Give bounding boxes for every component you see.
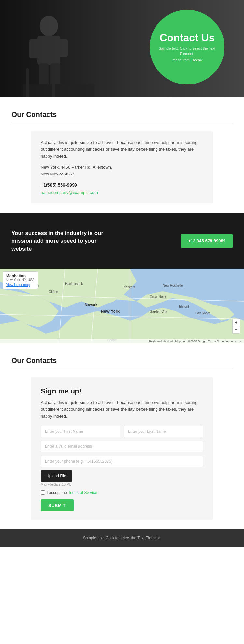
- contact-card-1: Actually, this is quite simple to achiev…: [31, 131, 213, 203]
- hero-title: Contact Us: [160, 32, 215, 44]
- svg-rect-1: [37, 36, 60, 65]
- svg-text:Hackensack: Hackensack: [65, 282, 83, 286]
- tos-checkbox[interactable]: [41, 490, 45, 495]
- hero-section: Contact Us Sample text. Click to select …: [0, 0, 244, 97]
- hero-subtitle: Sample text. Click to select the Text El…: [156, 46, 218, 56]
- map-zoom-out-button[interactable]: −: [233, 326, 240, 333]
- svg-text:Bay Shore: Bay Shore: [195, 311, 210, 315]
- footer: Sample text. Click to select the Text El…: [0, 529, 244, 547]
- svg-rect-7: [26, 68, 29, 97]
- contact-address: New York, 4456 Parker Rd. Allentown,New …: [41, 164, 203, 178]
- section-divider-2: [11, 369, 233, 369]
- submit-button[interactable]: SUBMIT: [41, 499, 74, 511]
- upload-section: Upload File Max File Size: 10 MB: [41, 470, 203, 486]
- map-inner: Newark New York Great Neck Clifton Pater…: [0, 269, 244, 343]
- contacts-section-1: Our Contacts Actually, this is quite sim…: [0, 97, 244, 213]
- map-footer-text: Keyboard shortcuts Map data ©2023 Google…: [149, 340, 241, 343]
- dark-banner: Your success in the industry is our miss…: [0, 213, 244, 269]
- email-row: [41, 441, 203, 452]
- svg-rect-6: [23, 84, 94, 97]
- map-overlay: Manhattan New York, NY, USA View larger …: [3, 271, 38, 289]
- dark-banner-text: Your success in the industry is our miss…: [11, 229, 115, 252]
- email-input[interactable]: [41, 441, 203, 452]
- svg-rect-3: [59, 39, 68, 57]
- contact-email[interactable]: namecompany@example.com: [41, 190, 98, 195]
- upload-button[interactable]: Upload File: [41, 470, 72, 482]
- first-name-input[interactable]: [41, 426, 120, 437]
- map-footer: Keyboard shortcuts Map data ©2023 Google…: [0, 339, 244, 343]
- phone-row: [41, 456, 203, 467]
- phone-input[interactable]: [41, 456, 203, 467]
- section-divider-1: [11, 123, 233, 123]
- dark-banner-phone-button[interactable]: +12-345-678-89089: [181, 234, 233, 248]
- map-section: Newark New York Great Neck Clifton Pater…: [0, 269, 244, 343]
- freepik-link[interactable]: Freepik: [191, 58, 203, 62]
- contacts-section-2: Our Contacts Sign me up! Actually, this …: [0, 343, 244, 529]
- svg-text:Clifton: Clifton: [49, 290, 58, 294]
- svg-text:Great Neck: Great Neck: [150, 295, 167, 299]
- svg-text:Elmont: Elmont: [179, 305, 189, 308]
- hero-circle: Contact Us Sample text. Click to select …: [150, 10, 224, 84]
- last-name-input[interactable]: [124, 426, 203, 437]
- map-view-larger-link[interactable]: View larger map: [6, 283, 34, 287]
- svg-rect-2: [29, 39, 39, 58]
- footer-text: Sample text. Click to select the Text El…: [11, 536, 233, 540]
- contact-phone: +1(505) 556-9999: [41, 182, 203, 187]
- contacts-heading-2: Our Contacts: [11, 356, 233, 365]
- hero-image-credit: Image from Freepik: [171, 58, 202, 62]
- tos-row: I accept the Terms of Service: [41, 490, 203, 495]
- form-title: Sign me up!: [41, 387, 203, 395]
- map-controls: + −: [232, 319, 240, 334]
- svg-point-0: [40, 16, 58, 36]
- tos-label: I accept the Terms of Service: [47, 490, 97, 495]
- svg-text:New Rochelle: New Rochelle: [163, 284, 183, 287]
- tos-text: I accept the: [47, 490, 67, 495]
- map-location-name: Manhattan: [6, 274, 34, 278]
- file-size-note: Max File Size: 10 MB: [41, 483, 203, 486]
- svg-text:Yonkers: Yonkers: [124, 285, 135, 289]
- hero-silhouette: [10, 10, 107, 97]
- tos-link[interactable]: Terms of Service: [68, 490, 97, 495]
- contact-description: Actually, this is quite simple to achiev…: [41, 139, 203, 160]
- contacts-heading-1: Our Contacts: [11, 110, 233, 119]
- svg-text:Garden City: Garden City: [150, 310, 167, 313]
- map-zoom-in-button[interactable]: +: [233, 319, 240, 326]
- form-description: Actually, this is quite simple to achiev…: [41, 399, 203, 419]
- svg-rect-8: [52, 68, 55, 97]
- svg-text:Newark: Newark: [85, 303, 98, 307]
- name-row: [41, 426, 203, 437]
- sign-up-form-card: Sign me up! Actually, this is quite simp…: [31, 377, 213, 519]
- map-location-sub: New York, NY, USA: [6, 278, 34, 282]
- svg-text:New York: New York: [101, 309, 120, 314]
